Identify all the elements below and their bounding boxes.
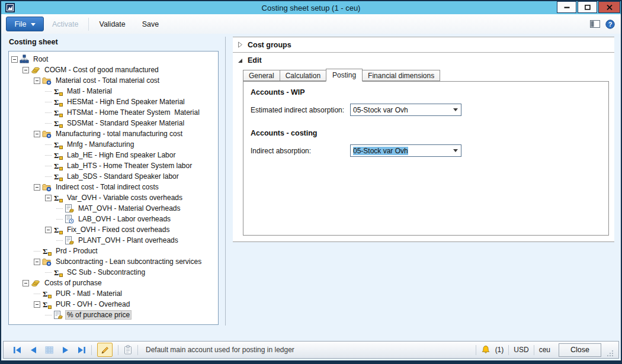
clipboard-icon[interactable] — [124, 345, 132, 355]
edit-mode-toggle[interactable] — [97, 343, 113, 357]
tree-item-label: PUR - Matl - Material — [54, 289, 124, 298]
tree-item[interactable]: ΣFix_OVH - Fixed cost overheads — [9, 224, 218, 235]
tree-item[interactable]: ΣPrd - Product — [9, 246, 218, 256]
svg-text:Σ: Σ — [54, 108, 59, 117]
toolbar-separator — [88, 18, 89, 31]
last-record-icon[interactable] — [77, 346, 86, 354]
validate-button[interactable]: Validate — [91, 20, 133, 28]
costing-sheet-tree[interactable]: RootCOGM - Cost of good manufacturedMate… — [8, 51, 219, 325]
tree-item[interactable]: ΣHTSMat - Home Theater System Material — [9, 107, 218, 118]
tree-item[interactable]: Root — [9, 54, 218, 65]
tree-item-label: HESMat - High End Speaker Material — [65, 97, 187, 107]
folder-gear-icon — [42, 257, 52, 266]
tree-item-label: Manufacturing - total manufacturing cost — [54, 129, 184, 138]
tree-item[interactable]: Costs of purchase — [9, 278, 218, 288]
close-window-button[interactable] — [598, 1, 620, 13]
tree-item-label: Var_OVH - Variable costs overheads — [65, 193, 184, 202]
notification-count[interactable]: (1) — [495, 346, 504, 354]
tree-item[interactable]: ΣLab_SDS - Standard Speaker labor — [9, 171, 218, 182]
previous-record-icon[interactable] — [30, 346, 37, 354]
file-menu-button[interactable]: File — [6, 17, 44, 31]
tree-line-stub — [56, 219, 63, 220]
tree-item-label: SC Sub - Subcontracting — [65, 268, 147, 277]
tree-line-stub — [45, 176, 52, 177]
tree-line-stub — [45, 144, 52, 145]
tree-item-label: Costs of purchase — [43, 278, 104, 288]
sigma-cube-icon: Σ — [53, 268, 63, 277]
tree-item[interactable]: MAT_OVH - Material Overheads — [9, 203, 218, 214]
tree-item[interactable]: ΣPUR - OVH - Overhead — [9, 299, 218, 310]
combobox-value: 05-Stock var Ovh — [353, 106, 408, 114]
close-button[interactable]: Close — [559, 343, 601, 357]
sigma-cube-icon: Σ — [53, 108, 63, 117]
dropdown-arrow-icon[interactable] — [453, 149, 458, 154]
tree-item[interactable]: COGM - Cost of good manufactured — [9, 65, 218, 75]
tree-line-stub — [45, 112, 52, 113]
cost-groups-section-header[interactable]: Cost groups — [233, 37, 614, 53]
tree-item[interactable]: ΣVar_OVH - Variable costs overheads — [9, 192, 218, 203]
currency-indicator[interactable]: USD — [514, 346, 528, 354]
svg-text:Σ: Σ — [43, 289, 48, 298]
notification-bell-icon[interactable] — [481, 345, 490, 355]
help-icon[interactable]: ? — [605, 20, 615, 29]
coins-icon — [31, 65, 40, 75]
tree-collapse-icon[interactable] — [45, 227, 52, 233]
tree-line-stub — [56, 208, 63, 209]
tree-item[interactable]: ΣHESMat - High End Speaker Material — [9, 96, 218, 107]
tab-posting[interactable]: Posting — [326, 69, 363, 82]
combobox[interactable]: 05-Stock var Ovh — [350, 104, 461, 116]
window-title: Costing sheet setup (1 - ceu) — [1, 4, 621, 12]
sheet-coins-icon — [53, 310, 63, 320]
statusbar-separator — [137, 345, 138, 355]
tree-item[interactable]: LAB_OVH - Labor overheads — [9, 214, 218, 224]
first-record-icon[interactable] — [13, 346, 22, 354]
tree-item[interactable]: PLANT_OVH - Plant overheads — [9, 235, 218, 246]
tree-collapse-icon[interactable] — [45, 195, 52, 201]
tree-collapse-icon[interactable] — [34, 184, 40, 191]
org-chart-icon — [20, 54, 29, 64]
tree-collapse-icon[interactable] — [23, 280, 29, 286]
dropdown-arrow-icon[interactable] — [453, 108, 458, 114]
tree-item[interactable]: ΣSC Sub - Subcontracting — [9, 267, 218, 278]
tree-item[interactable]: Manufacturing - total manufacturing cost — [9, 128, 218, 139]
tree-item[interactable]: Material cost - Total material cost — [9, 75, 218, 86]
tree-item[interactable]: % of purchace price — [9, 310, 218, 320]
tree-item[interactable]: ΣPUR - Matl - Material — [9, 288, 218, 299]
tree-collapse-icon[interactable] — [11, 56, 18, 63]
sheet-clock-icon — [65, 214, 74, 224]
tab-financial-dimensions[interactable]: Financial dimensions — [363, 70, 440, 81]
company-indicator[interactable]: ceu — [539, 346, 550, 354]
svg-text:Σ: Σ — [54, 226, 59, 234]
tree-item[interactable]: ΣLab_HE - High End speaker Labor — [9, 150, 218, 160]
tree-item[interactable]: ΣMatl - Material — [9, 86, 218, 96]
status-bar: Default main account used for posting in… — [3, 341, 619, 359]
tab-general[interactable]: General — [243, 70, 280, 81]
tree-line-stub — [45, 91, 52, 92]
tree-item-label: Material cost - Total material cost — [54, 76, 161, 85]
window-bottom-edge — [1, 360, 621, 363]
combobox[interactable]: 05-Stock var Ovh — [350, 144, 461, 157]
panel-toggle-icon[interactable] — [590, 20, 600, 28]
tree-item[interactable]: Indirect cost - Total indirect costs — [9, 182, 218, 192]
next-record-icon[interactable] — [62, 346, 69, 354]
resize-grip[interactable] — [607, 350, 614, 357]
field-row: Estimated indirect absorption:05-Stock v… — [251, 104, 601, 116]
tree-collapse-icon[interactable] — [34, 301, 40, 308]
tree-item[interactable]: Subcontracting - Lean subcontracting ser… — [9, 256, 218, 267]
tree-collapse-icon[interactable] — [34, 78, 40, 84]
save-button[interactable]: Save — [134, 20, 168, 28]
tree-item[interactable]: ΣLab_HTS - Home Theater System labor — [9, 160, 218, 171]
minimize-button[interactable] — [557, 1, 576, 13]
maximize-button[interactable] — [578, 1, 597, 13]
tree-collapse-icon[interactable] — [34, 259, 40, 265]
tab-calculation[interactable]: Calculation — [280, 70, 326, 81]
tree-item[interactable]: ΣMnfg - Manufacturing — [9, 139, 218, 150]
tree-collapse-icon[interactable] — [23, 67, 29, 73]
field-row: Indirect absorption:05-Stock var Ovh — [251, 144, 601, 157]
main-content: Costing sheet RootCOGM - Cost of good ma… — [1, 34, 621, 363]
tree-collapse-icon[interactable] — [34, 131, 40, 137]
tree-item[interactable]: ΣSDSMat - Standard Speaker Material — [9, 118, 218, 128]
tree-line-stub — [45, 166, 52, 166]
edit-section-header[interactable]: Edit — [233, 53, 614, 68]
panel-splitter[interactable] — [225, 37, 226, 326]
